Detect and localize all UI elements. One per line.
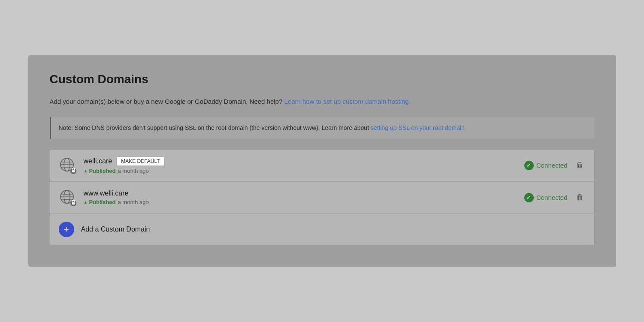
connected-check-icon-1: ✓ — [524, 161, 534, 170]
domain-name-2: www.welli.care — [84, 190, 129, 197]
make-default-button-1[interactable]: MAKE DEFAULT — [116, 156, 164, 166]
trash-icon-2: 🗑 — [576, 193, 584, 202]
domain-name-row-1: welli.care MAKE DEFAULT — [84, 156, 524, 166]
connected-label-1: Connected — [536, 162, 568, 169]
delete-button-1[interactable]: 🗑 — [574, 159, 586, 172]
page-title: Custom Domains — [50, 72, 595, 86]
globe-lock-icon-1 — [59, 156, 77, 175]
domain-status-row-1: Published a month ago — [84, 168, 524, 174]
trash-icon-1: 🗑 — [576, 161, 584, 170]
domain-icon-1 — [59, 156, 77, 175]
domain-icon-2 — [59, 189, 77, 207]
description-text: Add your domain(s) below or buy a new Go… — [50, 96, 595, 107]
domain-row-2: www.welli.care Published a month ago ✓ C… — [50, 182, 594, 214]
add-domain-label: Add a Custom Domain — [81, 226, 150, 233]
connected-label-2: Connected — [536, 194, 568, 201]
time-ago-1: a month ago — [118, 168, 149, 174]
published-badge-2: Published — [84, 199, 116, 205]
svg-rect-6 — [72, 170, 75, 172]
domain-right-2: ✓ Connected 🗑 — [524, 191, 586, 204]
globe-lock-icon-2 — [59, 189, 77, 207]
main-panel: Custom Domains Add your domain(s) below … — [28, 55, 616, 266]
delete-button-2[interactable]: 🗑 — [574, 191, 586, 204]
domain-info-2: www.welli.care Published a month ago — [84, 190, 524, 205]
domain-row: welli.care MAKE DEFAULT Published a mont… — [50, 150, 594, 182]
domain-info-1: welli.care MAKE DEFAULT Published a mont… — [84, 156, 524, 174]
domain-name-row-2: www.welli.care — [84, 190, 524, 197]
time-ago-2: a month ago — [118, 199, 149, 205]
description-static: Add your domain(s) below or buy a new Go… — [50, 98, 283, 105]
domains-container: welli.care MAKE DEFAULT Published a mont… — [50, 149, 595, 245]
note-box: Note: Some DNS providers don't support u… — [50, 117, 595, 138]
add-domain-row[interactable]: + Add a Custom Domain — [50, 214, 594, 245]
published-badge-1: Published — [84, 168, 116, 174]
add-icon: + — [59, 222, 74, 237]
connected-check-icon-2: ✓ — [524, 193, 534, 202]
domain-name-1: welli.care — [84, 157, 112, 165]
connected-status-2: ✓ Connected — [524, 193, 568, 202]
learn-how-link[interactable]: Learn how to set up custom domain hostin… — [284, 98, 410, 105]
connected-status-1: ✓ Connected — [524, 161, 568, 170]
svg-rect-13 — [72, 202, 75, 205]
domain-right-1: ✓ Connected 🗑 — [524, 159, 586, 172]
note-text: Note: Some DNS providers don't support u… — [59, 124, 369, 131]
ssl-link[interactable]: setting up SSL on your root domain. — [371, 124, 466, 131]
page-wrapper: Custom Domains Add your domain(s) below … — [0, 0, 644, 322]
domain-status-row-2: Published a month ago — [84, 199, 524, 205]
